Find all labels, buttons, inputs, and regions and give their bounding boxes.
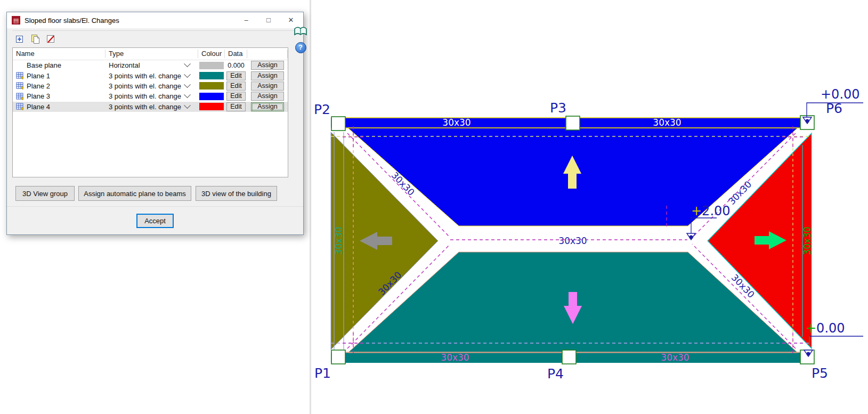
minimize-button[interactable]: – bbox=[235, 12, 257, 28]
table-row[interactable]: Base plane Horizontal 0.000 Assign bbox=[13, 60, 288, 70]
chevron-down-icon bbox=[184, 102, 191, 109]
maximize-button[interactable]: □ bbox=[257, 12, 280, 28]
plane-name: Plane 3 bbox=[27, 92, 50, 100]
beam-label: 30x30 bbox=[661, 352, 689, 363]
table-row[interactable]: Plane 4 3 points with el. change Edit As… bbox=[13, 102, 288, 112]
add-plane-icon[interactable] bbox=[13, 33, 26, 45]
view-building-button[interactable]: 3D view of the building bbox=[196, 186, 277, 201]
assign-automatic-plane-button[interactable]: Assign automatic plane to beams bbox=[78, 186, 191, 201]
point-label-p1: P1 bbox=[314, 366, 331, 381]
app-icon: ▤ bbox=[12, 16, 20, 25]
type-dropdown[interactable]: 3 points with el. change bbox=[106, 82, 198, 90]
beam-label: 30x30 bbox=[442, 117, 470, 128]
accept-bar: Accept bbox=[7, 206, 303, 234]
table-row[interactable]: Plane 1 3 points with el. change Edit As… bbox=[13, 70, 288, 80]
view-group-button[interactable]: 3D View group bbox=[15, 186, 75, 201]
elevation-top-right: +0.00 bbox=[821, 87, 860, 102]
dialog-toolbar bbox=[13, 33, 57, 45]
base-plane-value: 0.000 bbox=[228, 62, 244, 69]
beam-label: 30x30 bbox=[653, 117, 681, 128]
copy-plane-icon[interactable] bbox=[29, 33, 42, 45]
type-value: Horizontal bbox=[109, 61, 140, 69]
type-value: 3 points with el. change bbox=[109, 72, 181, 80]
elevation-middle: +2.00 bbox=[691, 204, 731, 218]
manual-book-icon[interactable] bbox=[294, 26, 307, 39]
beam-label: 30x30 bbox=[441, 352, 469, 363]
dialog-title: Sloped floor slabs/El. Changes bbox=[25, 17, 235, 25]
point-label-p3: P3 bbox=[550, 100, 566, 116]
colour-swatch[interactable] bbox=[199, 103, 224, 110]
column-p2 bbox=[331, 117, 345, 131]
assign-button[interactable]: Assign bbox=[251, 61, 284, 70]
sloped-floor-slabs-dialog: ▤ Sloped floor slabs/El. Changes – □ ✕ N… bbox=[6, 12, 304, 235]
level-marker bbox=[687, 233, 695, 240]
header-data: Data bbox=[225, 50, 247, 58]
plane-grid-icon bbox=[16, 93, 25, 100]
edit-button[interactable]: Edit bbox=[226, 92, 246, 101]
plane-grid-icon bbox=[16, 82, 25, 90]
column-p1 bbox=[331, 350, 345, 364]
assign-button[interactable]: Assign bbox=[251, 82, 284, 91]
edit-plane-icon[interactable] bbox=[44, 33, 57, 45]
edit-button[interactable]: Edit bbox=[226, 82, 246, 91]
chevron-down-icon bbox=[184, 60, 191, 67]
elevation-bottom-right: +0.00 bbox=[806, 321, 845, 336]
assign-button[interactable]: Assign bbox=[251, 102, 284, 111]
chevron-down-icon bbox=[184, 81, 191, 88]
colour-swatch[interactable] bbox=[199, 72, 224, 79]
table-row[interactable]: Plane 3 3 points with el. change Edit As… bbox=[13, 91, 288, 101]
beam-label: 30x30 bbox=[558, 236, 587, 246]
header-colour: Colour bbox=[198, 50, 225, 58]
header-actions bbox=[247, 50, 288, 58]
type-dropdown[interactable]: Horizontal bbox=[106, 61, 198, 69]
plane-grid-icon bbox=[16, 103, 25, 110]
plane-name: Base plane bbox=[27, 61, 61, 69]
table-row[interactable]: Plane 2 3 points with el. change Edit As… bbox=[13, 81, 288, 91]
titlebar-separator bbox=[12, 30, 298, 31]
plane-name: Plane 1 bbox=[27, 72, 50, 80]
assign-button[interactable]: Assign bbox=[251, 71, 284, 80]
plane-name: Plane 4 bbox=[27, 103, 50, 111]
beam-label: 30x30 bbox=[802, 226, 813, 255]
type-value: 3 points with el. change bbox=[109, 82, 181, 90]
colour-swatch[interactable] bbox=[199, 93, 224, 100]
plane-name: Plane 2 bbox=[27, 82, 50, 90]
header-name: Name bbox=[13, 50, 106, 58]
type-dropdown[interactable]: 3 points with el. change bbox=[106, 103, 198, 111]
type-dropdown[interactable]: 3 points with el. change bbox=[106, 92, 198, 100]
point-label-p6: P6 bbox=[826, 101, 842, 116]
help-icon[interactable]: ? bbox=[295, 42, 306, 53]
point-label-p2: P2 bbox=[314, 102, 330, 117]
side-icons: ? bbox=[294, 26, 307, 53]
point-label-p4: P4 bbox=[547, 366, 564, 381]
chevron-down-icon bbox=[184, 92, 191, 99]
plane-table-rows: Base plane Horizontal 0.000 Assign Plane… bbox=[13, 60, 288, 112]
type-dropdown[interactable]: 3 points with el. change bbox=[106, 72, 198, 80]
colour-swatch[interactable] bbox=[199, 82, 224, 90]
chevron-down-icon bbox=[184, 71, 191, 78]
table-header: Name Type Colour Data bbox=[13, 48, 288, 60]
column-p3 bbox=[566, 116, 580, 130]
column-p4 bbox=[562, 350, 576, 364]
type-value: 3 points with el. change bbox=[109, 92, 181, 100]
point-label-p5: P5 bbox=[812, 366, 828, 381]
plane-grid-icon bbox=[16, 72, 25, 79]
assign-button[interactable]: Assign bbox=[251, 92, 284, 101]
planes-table: Name Type Colour Data Base plane Horizon bbox=[12, 47, 288, 177]
colour-swatch[interactable] bbox=[199, 62, 224, 69]
accept-button[interactable]: Accept bbox=[136, 214, 174, 228]
edit-button[interactable]: Edit bbox=[226, 71, 246, 80]
beam-label: 30x30 bbox=[334, 226, 344, 255]
edit-button[interactable]: Edit bbox=[226, 102, 246, 111]
dialog-titlebar[interactable]: ▤ Sloped floor slabs/El. Changes – □ ✕ bbox=[7, 12, 303, 28]
header-type: Type bbox=[106, 50, 198, 58]
type-value: 3 points with el. change bbox=[109, 103, 181, 111]
